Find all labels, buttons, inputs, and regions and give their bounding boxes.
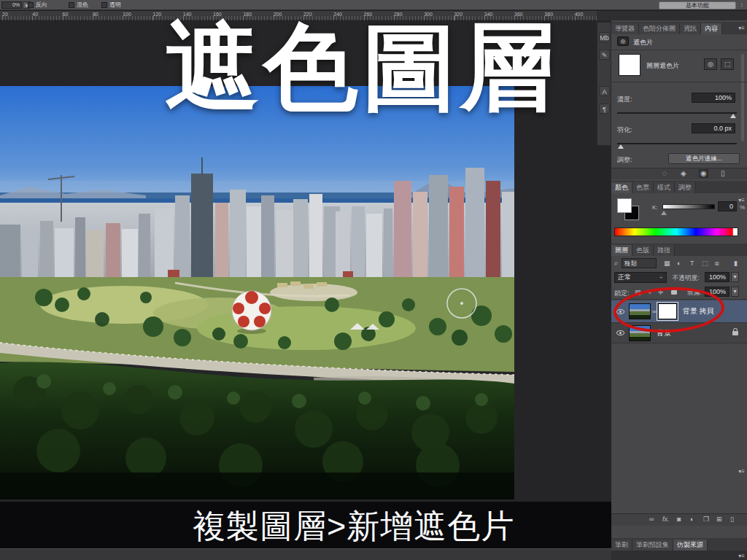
tab-properties[interactable]: 內容 xyxy=(701,23,722,34)
tool-options-bar: 0% ▾ 反向 混色 透明 基本功能 ∶ xyxy=(0,0,747,10)
dock-bottom-strip xyxy=(611,551,747,560)
adjustment-layer-icon[interactable]: ◐ xyxy=(690,515,694,524)
new-group-icon[interactable]: ❐ xyxy=(703,515,709,524)
density-value[interactable]: 100% xyxy=(692,93,735,103)
opacity-value[interactable]: 100% xyxy=(705,272,729,282)
properties-panel-title: 遮色片 xyxy=(633,38,653,47)
tab-color[interactable]: 顏色 xyxy=(611,182,632,193)
slide-caption: 複製圖層>新增遮色片 xyxy=(193,505,514,548)
filter-kind-label: 種類 xyxy=(624,260,637,267)
vector-mask-button[interactable]: ⬚ xyxy=(721,58,734,70)
cityscape-photo xyxy=(0,86,514,499)
ruler-right-gap xyxy=(597,11,747,20)
checkbox-icon[interactable] xyxy=(28,2,34,8)
transparency-checkbox[interactable]: 透明 xyxy=(101,1,121,8)
tab-adjustments[interactable]: 調整 xyxy=(675,182,696,193)
foreground-color-swatch[interactable] xyxy=(617,198,632,213)
properties-footer xyxy=(611,168,747,179)
delete-layer-icon[interactable]: ▯ xyxy=(730,515,734,524)
feather-slider[interactable] xyxy=(617,143,737,144)
k-channel-slider[interactable] xyxy=(662,204,715,209)
divider xyxy=(611,50,747,50)
panel-menu-icon[interactable]: ▾≡ xyxy=(738,468,745,475)
background-lock-icon xyxy=(732,331,738,335)
tab-info[interactable]: 資訊 xyxy=(680,23,701,34)
k-value[interactable]: 0 xyxy=(718,201,737,211)
brush-panel-icon[interactable]: ✎ xyxy=(599,50,610,60)
color-tab-row: 顏色 色票 樣式 調整 ▾≡ xyxy=(611,181,747,193)
bottom-tab-row: 筆刷 筆刷預設集 仿製來源 xyxy=(611,538,747,551)
layer-style-fx-icon[interactable]: fx. xyxy=(662,515,670,524)
checkbox-label: 混色 xyxy=(77,1,88,8)
filter-pixel-icon[interactable]: ▦ xyxy=(664,259,670,268)
tab-histogram[interactable]: 色階分佈圖 xyxy=(639,23,680,34)
workspace-menu-icon[interactable]: ∶ xyxy=(738,1,745,9)
density-slider-thumb[interactable] xyxy=(730,114,736,118)
dither-checkbox[interactable]: 混色 xyxy=(69,1,88,8)
tab-brush-presets[interactable]: 筆刷預設集 xyxy=(632,540,673,551)
apply-mask-icon[interactable]: ◈ xyxy=(681,169,686,178)
panel-scrollbar[interactable] xyxy=(741,54,744,141)
filter-type-icon[interactable]: T xyxy=(690,259,694,268)
divider xyxy=(611,343,747,343)
checkbox-label: 反向 xyxy=(36,1,47,8)
panel-menu-icon[interactable]: ▾≡ xyxy=(738,553,745,559)
character-panel-icon[interactable]: A xyxy=(599,86,610,96)
layer-filter-kind-dropdown[interactable]: 種類 xyxy=(622,258,657,268)
new-layer-icon[interactable]: ⊞ xyxy=(716,515,722,524)
filter-shape-icon[interactable]: ⬚ xyxy=(702,259,708,268)
mask-edge-button[interactable]: 遮色片邊緣... xyxy=(668,153,740,164)
k-channel-label: K: xyxy=(652,204,658,211)
opacity-label: 不透明度: xyxy=(673,274,699,283)
layers-tab-row: 圖層 色版 路徑 ▾≡ xyxy=(611,244,747,256)
tab-styles[interactable]: 樣式 xyxy=(654,182,675,193)
feather-value[interactable]: 0.0 px xyxy=(692,123,735,133)
delete-mask-icon[interactable]: ▯ xyxy=(721,169,725,178)
tab-swatches[interactable]: 色票 xyxy=(632,182,654,193)
document-canvas[interactable]: 遮色圖層 複製圖層>新增遮色片 xyxy=(0,20,611,560)
k-slider-thumb[interactable] xyxy=(661,211,667,215)
feather-slider-thumb[interactable] xyxy=(618,144,624,149)
divider xyxy=(611,82,747,82)
status-bar xyxy=(0,548,611,560)
opacity-field[interactable]: 0% xyxy=(1,1,22,9)
search-icon: ⌕ xyxy=(614,259,619,268)
checkbox-icon[interactable] xyxy=(101,2,107,8)
tab-paths[interactable]: 路徑 xyxy=(654,245,675,256)
checkbox-icon[interactable] xyxy=(69,2,74,8)
properties-tab-row: 導覽器 色階分佈圖 資訊 內容 ▾≡ xyxy=(611,22,747,34)
tab-layers[interactable]: 圖層 xyxy=(611,245,632,256)
mask-badge-icon: ◎ xyxy=(617,36,629,46)
slide-title: 遮色圖層 xyxy=(165,15,603,119)
mask-row-label: 圖層遮色片 xyxy=(646,61,679,71)
link-layers-icon[interactable]: ∞ xyxy=(649,515,654,524)
paragraph-panel-icon[interactable]: ¶ xyxy=(599,104,610,114)
panel-menu-icon[interactable]: ▾≡ xyxy=(738,197,745,203)
add-mask-icon[interactable]: ◙ xyxy=(677,515,681,524)
blend-mode-value: 正常 xyxy=(618,273,631,281)
tab-clone-source[interactable]: 仿製來源 xyxy=(673,540,708,551)
visibility-eye-icon[interactable] xyxy=(616,330,624,335)
mask-thumbnail-large[interactable] xyxy=(619,54,640,76)
tab-channels[interactable]: 色版 xyxy=(632,245,654,256)
filter-smart-object-icon[interactable]: ⧈ xyxy=(715,259,719,268)
filter-adjustment-icon[interactable]: ◐ xyxy=(677,259,681,268)
panel-menu-icon[interactable]: ▾≡ xyxy=(738,25,745,31)
color-spectrum-ramp[interactable] xyxy=(614,228,738,236)
enable-mask-icon[interactable]: ◉ xyxy=(699,169,708,178)
mini-bridge-icon[interactable]: Mb xyxy=(599,32,610,42)
tab-navigator[interactable]: 導覽器 xyxy=(611,23,639,34)
photoshop-window: 0% ▾ 反向 混色 透明 基本功能 ∶ 20 40 60 80 100 120… xyxy=(0,0,747,560)
density-label: 濃度: xyxy=(617,95,632,104)
filter-toggle-icon[interactable]: ▮ xyxy=(734,259,738,268)
reverse-checkbox[interactable]: 反向 xyxy=(28,1,47,8)
opacity-dropdown-icon[interactable]: ▾ xyxy=(731,272,739,282)
workspace-switcher-button[interactable]: 基本功能 xyxy=(659,1,736,9)
pixel-mask-button[interactable]: ◎ xyxy=(704,58,717,70)
fill-dropdown-icon[interactable]: ▾ xyxy=(731,287,739,297)
density-slider[interactable] xyxy=(617,112,737,114)
adjust-label: 調整: xyxy=(617,155,632,165)
tab-brush[interactable]: 筆刷 xyxy=(611,540,632,551)
selection-from-mask-icon[interactable]: ◌ xyxy=(662,169,667,178)
checkbox-label: 透明 xyxy=(109,1,121,8)
